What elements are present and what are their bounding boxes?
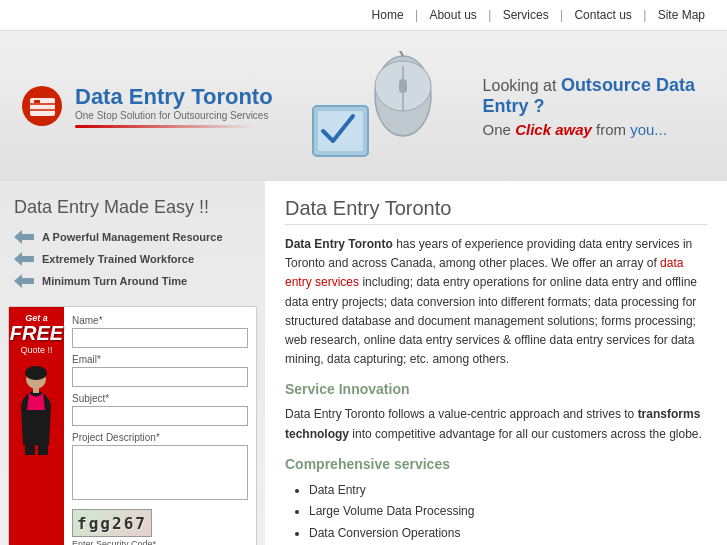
header-hero-image <box>273 41 473 171</box>
feature-item-1: A Powerful Management Resource <box>14 230 251 244</box>
svg-point-15 <box>25 366 47 380</box>
svg-marker-11 <box>14 230 34 244</box>
hero-you: you... <box>630 121 667 138</box>
feature-icon-2 <box>14 252 34 266</box>
logo-text: Data Entry Toronto One Stop Solution for… <box>75 84 273 128</box>
section1-prefix: Data Entry Toronto follows a value-centr… <box>285 407 638 421</box>
project-label: Project Description* <box>72 432 248 443</box>
nav-separator-4: | <box>643 8 646 22</box>
nav-separator-2: | <box>488 8 491 22</box>
svg-rect-17 <box>25 443 35 455</box>
nav-about[interactable]: About us <box>429 8 476 22</box>
project-textarea[interactable] <box>72 445 248 500</box>
mouse-illustration <box>303 51 443 161</box>
section1-suffix: into competitive advantage for all our c… <box>352 427 702 441</box>
email-label: Email* <box>72 354 248 365</box>
captcha-area: fgg267 Enter Security Code* <box>72 509 248 545</box>
logo-area: Data Entry Toronto One Stop Solution for… <box>20 84 273 129</box>
nav-sitemap[interactable]: Site Map <box>658 8 705 22</box>
content-title: Data Entry Toronto <box>285 197 707 225</box>
subject-label: Subject* <box>72 393 248 404</box>
free-text: FREE <box>10 323 63 343</box>
section2-title: Comprehensive services <box>285 456 707 472</box>
main-content: Data Entry Toronto Data Entry Toronto ha… <box>265 181 727 545</box>
quote-form-wrapper: Get a FREE Quote !! <box>8 306 257 545</box>
svg-rect-18 <box>38 443 48 455</box>
site-tagline: One Stop Solution for Outsourcing Servic… <box>75 110 273 121</box>
made-easy-section: Data Entry Made Easy !! A Powerful Manag… <box>0 181 265 306</box>
quote-form-fields: Name* Email* Subject* Project Descriptio… <box>64 307 256 545</box>
svg-marker-12 <box>14 252 34 266</box>
feature-item-3: Minimum Turn Around Time <box>14 274 251 288</box>
feature-label-2: Extremely Trained Workforce <box>42 253 194 265</box>
name-label: Name* <box>72 315 248 326</box>
name-input[interactable] <box>72 328 248 348</box>
captcha-image: fgg267 <box>72 509 152 537</box>
nav-separator-1: | <box>415 8 418 22</box>
logo-icon <box>20 84 65 129</box>
nav-contact[interactable]: Contact us <box>574 8 631 22</box>
section1-title: Service Innovation <box>285 381 707 397</box>
hero-text-area: Looking at Outsource Data Entry ? One Cl… <box>473 75 707 138</box>
nav-home[interactable]: Home <box>372 8 404 22</box>
left-sidebar: Data Entry Made Easy !! A Powerful Manag… <box>0 181 265 545</box>
service-item-3: Data Conversion Operations <box>309 523 707 545</box>
nav-services[interactable]: Services <box>503 8 549 22</box>
hero-from: from <box>596 121 630 138</box>
site-title: Data Entry Toronto <box>75 84 273 110</box>
quote-text: Quote !! <box>20 345 52 355</box>
feature-icon-1 <box>14 230 34 244</box>
svg-marker-13 <box>14 274 34 288</box>
feature-item-2: Extremely Trained Workforce <box>14 252 251 266</box>
woman-icon <box>9 365 64 455</box>
subject-input[interactable] <box>72 406 248 426</box>
nav-separator-3: | <box>560 8 563 22</box>
feature-label-3: Minimum Turn Around Time <box>42 275 187 287</box>
main-wrapper: Data Entry Made Easy !! A Powerful Manag… <box>0 181 727 545</box>
made-easy-heading: Data Entry Made Easy !! <box>14 197 251 218</box>
svg-rect-16 <box>33 388 39 393</box>
get-quote-banner: Get a FREE Quote !! <box>9 307 64 545</box>
content-intro: Data Entry Toronto has years of experien… <box>285 235 707 369</box>
service-item-2: Large Volume Data Processing <box>309 501 707 523</box>
service-item-1: Data Entry <box>309 480 707 502</box>
svg-rect-1 <box>30 98 55 116</box>
brand-name: Data Entry Toronto <box>285 237 393 251</box>
top-navigation: Home | About us | Services | Contact us … <box>0 0 727 31</box>
feature-label-1: A Powerful Management Resource <box>42 231 223 243</box>
svg-rect-10 <box>399 79 407 93</box>
email-input[interactable] <box>72 367 248 387</box>
feature-icon-3 <box>14 274 34 288</box>
captcha-label: Enter Security Code* <box>72 539 248 545</box>
hero-click: Click away <box>515 121 592 138</box>
section1-text: Data Entry Toronto follows a value-centr… <box>285 405 707 443</box>
hero-looking: Looking at <box>483 77 561 94</box>
logo-underline <box>75 125 255 128</box>
services-list: Data Entry Large Volume Data Processing … <box>285 480 707 545</box>
site-header: Data Entry Toronto One Stop Solution for… <box>0 31 727 181</box>
svg-rect-4 <box>34 100 40 103</box>
hero-one: One <box>483 121 516 138</box>
